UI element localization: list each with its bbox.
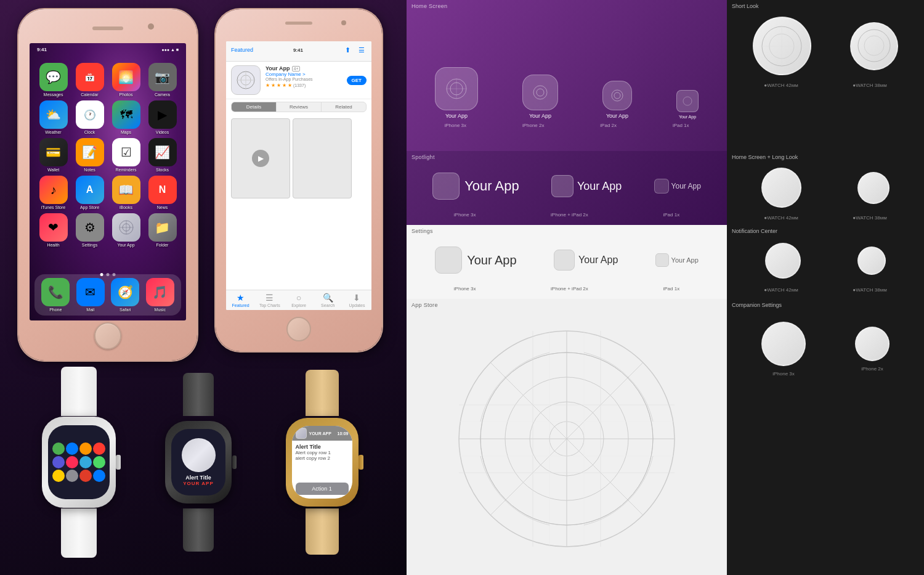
- spotlight-ipad2x: Your App: [551, 175, 622, 197]
- watch-notif-copy1: Alert copy row 1: [296, 450, 349, 455]
- nav-explore[interactable]: ○ Explore: [284, 293, 313, 308]
- watch-notif-body: Alert Title Alert copy row 1 alert copy …: [292, 441, 352, 483]
- app-folder[interactable]: 📁 Folder: [146, 213, 179, 247]
- watch-app-1: [52, 442, 65, 455]
- app-label-iphone2x: Your App: [529, 113, 551, 119]
- short-look-watch-42: [753, 17, 811, 75]
- screenshot-1[interactable]: [293, 118, 352, 198]
- watch-spacegray-band-top: [183, 373, 214, 416]
- notes-icon: 📝: [76, 138, 104, 166]
- iphone-home-screen: 9:41 ●●● ▲ ■ 💬 Messages 📅 Calendar: [30, 43, 186, 320]
- folder-icon: 📁: [148, 213, 177, 242]
- settings-scale-3x: iPhone 3x: [454, 286, 476, 292]
- app-messages[interactable]: 💬 Messages: [37, 63, 70, 97]
- iphone2-home-button[interactable]: [286, 317, 311, 341]
- watch-silver-device: [18, 367, 139, 558]
- ibooks-label: iBooks: [120, 205, 132, 210]
- watch-app-5: [52, 456, 65, 468]
- svg-point-5: [537, 89, 544, 96]
- iphone-appstore-body: Featured 9:41 ⬆ ☰ Your App 4+: [216, 9, 382, 351]
- home-long-look-label: Home Screen + Long Look: [727, 151, 924, 161]
- appstore-status-time: 9:41: [293, 47, 303, 53]
- appstore-nav: Featured 9:41 ⬆ ☰: [231, 45, 367, 55]
- scale-iphone3x: iPhone 3x: [444, 123, 466, 128]
- watch-app-8: [93, 456, 105, 468]
- company-name[interactable]: Company Name >: [265, 71, 342, 77]
- stocks-icon: 📈: [148, 138, 177, 166]
- tab-details[interactable]: Details: [232, 102, 277, 112]
- app-videos[interactable]: ▶ Videos: [146, 100, 179, 134]
- safari-icon: 🧭: [111, 278, 139, 306]
- news-label: News: [157, 205, 168, 210]
- screenshot-video[interactable]: ▶: [231, 118, 290, 198]
- spotlight-icon-lg: [432, 173, 460, 200]
- app-itunes[interactable]: ♪ iTunes Store: [37, 176, 70, 210]
- nav-featured[interactable]: ★ Featured: [226, 293, 255, 308]
- dock-music[interactable]: 🎵 Music: [146, 278, 174, 312]
- app-calendar[interactable]: 📅 Calendar: [73, 63, 106, 97]
- home-icon-ipad2x: Your App: [602, 81, 632, 119]
- watch-notif-app-icon: [296, 428, 307, 439]
- app-yourapp[interactable]: Your App: [110, 213, 142, 247]
- share-icon[interactable]: ⬆: [343, 45, 353, 55]
- iphone-home-button[interactable]: [94, 322, 121, 349]
- appstore-screenshots: ▶: [226, 115, 371, 202]
- app-weather[interactable]: ⛅ Weather: [37, 100, 70, 134]
- settings-icon-sm: [655, 253, 669, 267]
- review-count: (1337): [293, 83, 306, 88]
- appstore-app-row: Your App 4+ Company Name > Offers In-App…: [226, 62, 371, 99]
- settings-app-icon: ⚙: [76, 213, 104, 242]
- nav-search[interactable]: 🔍 Search: [314, 293, 342, 308]
- get-button[interactable]: GET: [347, 76, 367, 85]
- watch-alert-circle: [182, 438, 216, 472]
- watch-app-4: [93, 442, 105, 455]
- watch-gold-case: YOUR APP 10:09 Alert Title Alert copy ro…: [286, 418, 359, 507]
- watch-gold-crown: [359, 455, 363, 470]
- app-settings[interactable]: ⚙ Settings: [73, 213, 106, 247]
- app-stocks[interactable]: 📈 Stocks: [146, 138, 179, 172]
- appstore-action-icons: ⬆ ☰: [343, 45, 367, 55]
- watch-apps-grid: [48, 425, 110, 499]
- clock-icon: 🕐: [76, 100, 104, 129]
- tab-reviews[interactable]: Reviews: [277, 102, 322, 112]
- app-notes[interactable]: 📝 Notes: [73, 138, 106, 172]
- app-camera[interactable]: 📷 Camera: [146, 63, 179, 97]
- menu-icon[interactable]: ☰: [357, 45, 367, 55]
- app-rating: ★ ★ ★ ★ ★ (1337): [265, 83, 342, 88]
- dock-phone[interactable]: 📞 Phone: [41, 278, 70, 312]
- watch-notif-action[interactable]: Action 1: [296, 483, 349, 495]
- nav-top-charts[interactable]: ☰ Top Charts: [255, 293, 284, 308]
- watch-silver-crown: [116, 455, 121, 470]
- app-reminders[interactable]: ☑ Reminders: [110, 138, 142, 172]
- calendar-icon: 📅: [76, 63, 104, 91]
- companion-settings-panel: Companion Settings iPhone 3x iPhone 2x: [727, 299, 924, 575]
- svg-point-6: [612, 90, 623, 101]
- app-clock[interactable]: 🕐 Clock: [73, 100, 106, 134]
- tab-related[interactable]: Related: [322, 102, 366, 112]
- watch-size-38: ●WATCH 38мм: [853, 83, 886, 88]
- app-news[interactable]: N News: [146, 176, 179, 210]
- nav-updates[interactable]: ⬇ Updates: [342, 293, 371, 308]
- iphone-wallpaper: 9:41 ●●● ▲ ■ 💬 Messages 📅 Calendar: [30, 43, 186, 320]
- dock-mail[interactable]: ✉ Mail: [76, 278, 105, 312]
- settings-ipad2x: Your App: [554, 250, 618, 271]
- updates-label: Updates: [349, 303, 365, 308]
- watch-app-11: [79, 470, 92, 482]
- app-photos[interactable]: 🌅 Photos: [110, 63, 142, 97]
- maps-icon: 🗺: [112, 100, 140, 129]
- messages-label: Messages: [44, 92, 63, 97]
- app-appstore[interactable]: A App Store: [73, 176, 106, 210]
- featured-icon: ★: [237, 293, 245, 303]
- status-icons: ●●● ▲ ■: [161, 47, 179, 52]
- app-ibooks[interactable]: 📖 iBooks: [110, 176, 142, 210]
- companion-circle-iphone2x: [855, 327, 890, 361]
- notif-scale-42: ●WATCH 42мм: [764, 287, 798, 293]
- play-button[interactable]: ▶: [252, 150, 269, 167]
- dock-safari[interactable]: 🧭 Safari: [111, 278, 139, 312]
- appstore-tabs: Details Reviews Related: [231, 102, 367, 112]
- app-wallet[interactable]: 💳 Wallet: [37, 138, 70, 172]
- app-health[interactable]: ❤ Health: [37, 213, 70, 247]
- appstore-back-button[interactable]: Featured: [231, 47, 253, 53]
- app-maps[interactable]: 🗺 Maps: [110, 100, 142, 134]
- home-long-38: ●WATCH 38мм: [853, 215, 886, 221]
